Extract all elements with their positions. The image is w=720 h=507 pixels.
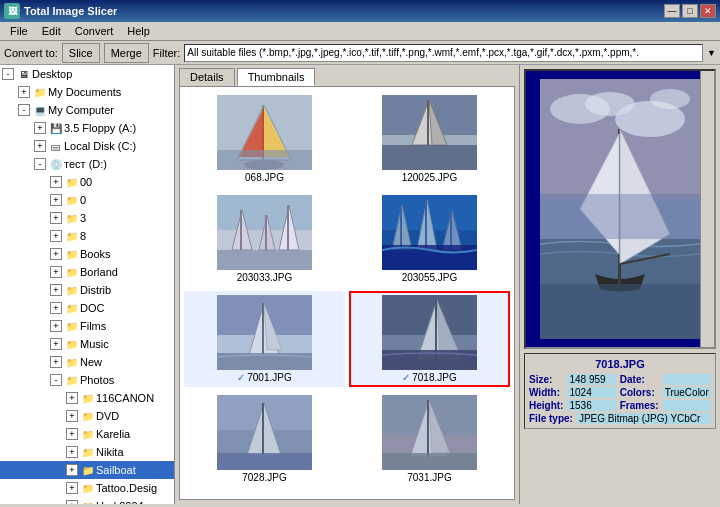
menu-convert[interactable]: Convert [69,24,120,38]
tree-item-karelia[interactable]: + 📁 Karelia [0,425,174,443]
thumb-7028[interactable]: 7028.JPG [184,391,345,487]
tree-item-distrib[interactable]: + 📁 Distrib [0,281,174,299]
frames-label: Frames: [620,400,659,411]
height-value: 1536 [567,400,615,411]
thumb-img-7018 [382,295,477,370]
expand-distrib[interactable]: + [50,284,62,296]
tree-item-mydocs[interactable]: + 📁 My Documents [0,83,174,101]
preview-scrollbar[interactable] [700,71,714,347]
expand-books[interactable]: + [50,248,62,260]
tree-item-doc[interactable]: + 📁 DOC [0,299,174,317]
expand-dvd[interactable]: + [66,410,78,422]
expand-tattoo[interactable]: + [66,482,78,494]
tree-item-3[interactable]: + 📁 3 [0,209,174,227]
tree-item-desktop[interactable]: - 🖥 Desktop [0,65,174,83]
expand-testd[interactable]: - [34,158,46,170]
svg-rect-47 [262,403,264,455]
tree-item-mycomputer[interactable]: - 💻 My Computer [0,101,174,119]
tree-item-tattoo[interactable]: + 📁 Tattoo.Desig [0,479,174,497]
thumb-120025[interactable]: 120025.JPG [349,91,510,187]
app-icon: 🖼 [4,3,20,19]
expand-8[interactable]: + [50,230,62,242]
tree-item-new[interactable]: + 📁 New [0,353,174,371]
expand-mydocs[interactable]: + [18,86,30,98]
tree-item-116canon[interactable]: + 📁 116CANON [0,389,174,407]
thumb-068[interactable]: 068.JPG [184,91,345,187]
maximize-button[interactable]: □ [682,4,698,18]
thumb-svg-7031 [382,395,477,470]
tree-item-floppy[interactable]: + 💾 3.5 Floppy (A:) [0,119,174,137]
thumb-filename-7031: 7031.JPG [407,472,451,483]
expand-floppy[interactable]: + [34,122,46,134]
tree-item-photos[interactable]: - 📁 Photos [0,371,174,389]
tree-item-dvd[interactable]: + 📁 DVD [0,407,174,425]
folder-icon-00: 📁 [64,174,80,190]
tree-item-localc[interactable]: + 🖴 Local Disk (C:) [0,137,174,155]
tree-item-sailboat[interactable]: + 📁 Sailboat [0,461,174,479]
expand-borland[interactable]: + [50,266,62,278]
expand-0[interactable]: + [50,194,62,206]
merge-button[interactable]: Merge [104,43,149,63]
expand-mycomputer[interactable]: - [18,104,30,116]
width-value: 1024 [567,387,615,398]
tree-item-books[interactable]: + 📁 Books [0,245,174,263]
tree-item-music[interactable]: + 📁 Music [0,335,174,353]
expand-doc[interactable]: + [50,302,62,314]
info-grid: Size: 148 959 Date: Width: 1024 Colors: … [529,374,711,424]
thumb-203033[interactable]: 203033.JPG [184,191,345,287]
date-label: Date: [620,374,659,385]
expand-ural2004[interactable]: + [66,500,78,504]
svg-rect-16 [240,210,242,250]
thumb-203055[interactable]: 203055.JPG [349,191,510,287]
expand-nikita[interactable]: + [66,446,78,458]
expand-karelia[interactable]: + [66,428,78,440]
expand-3[interactable]: + [50,212,62,224]
tree-label-films: Films [80,320,106,332]
title-bar: 🖼 Total Image Slicer — □ ✕ [0,0,720,22]
thumb-svg-7018 [382,295,477,370]
expand-desktop[interactable]: - [2,68,14,80]
tree-label-distrib: Distrib [80,284,111,296]
tree-item-ural2004[interactable]: + 📁 Ural 2004 [0,497,174,504]
tree-item-borland[interactable]: + 📁 Borland [0,263,174,281]
filter-dropdown-icon[interactable]: ▼ [707,48,716,58]
expand-new[interactable]: + [50,356,62,368]
thumb-7001[interactable]: ✓ 7001.JPG [184,291,345,387]
tree-label-3: 3 [80,212,86,224]
thumb-filename-7018: 7018.JPG [412,372,456,383]
expand-00[interactable]: + [50,176,62,188]
svg-rect-12 [382,145,477,170]
expand-films[interactable]: + [50,320,62,332]
tree-item-8[interactable]: + 📁 8 [0,227,174,245]
slice-button[interactable]: Slice [62,43,100,63]
thumbnail-grid: 068.JPG 120025.JPG [179,86,515,500]
thumb-label-120025: 120025.JPG [402,172,458,183]
tree-item-films[interactable]: + 📁 Films [0,317,174,335]
tree-item-testd[interactable]: - 💿 тест (D:) [0,155,174,173]
thumb-7031[interactable]: 7031.JPG [349,391,510,487]
svg-point-60 [650,89,690,109]
menu-edit[interactable]: Edit [36,24,67,38]
tab-details[interactable]: Details [179,68,235,86]
tree-item-00[interactable]: + 📁 00 [0,173,174,191]
minimize-button[interactable]: — [664,4,680,18]
tab-thumbnails[interactable]: Thumbnails [237,68,316,86]
tree-item-0[interactable]: + 📁 0 [0,191,174,209]
folder-icon-mydocs: 📁 [32,84,48,100]
tree-panel[interactable]: - 🖥 Desktop + 📁 My Documents - 💻 My Comp… [0,65,175,504]
menu-file[interactable]: File [4,24,34,38]
height-label: Height: [529,400,563,411]
menu-help[interactable]: Help [121,24,156,38]
check-mark-7018: ✓ [402,372,410,383]
expand-localc[interactable]: + [34,140,46,152]
toolbar: Convert to: Slice Merge Filter: ▼ [0,41,720,65]
tree-label-dvd: DVD [96,410,119,422]
thumb-7018[interactable]: ✓ 7018.JPG [349,291,510,387]
expand-sailboat[interactable]: + [66,464,78,476]
filter-input[interactable] [184,44,703,62]
tree-item-nikita[interactable]: + 📁 Nikita [0,443,174,461]
expand-116canon[interactable]: + [66,392,78,404]
expand-photos[interactable]: - [50,374,62,386]
close-button[interactable]: ✕ [700,4,716,18]
expand-music[interactable]: + [50,338,62,350]
